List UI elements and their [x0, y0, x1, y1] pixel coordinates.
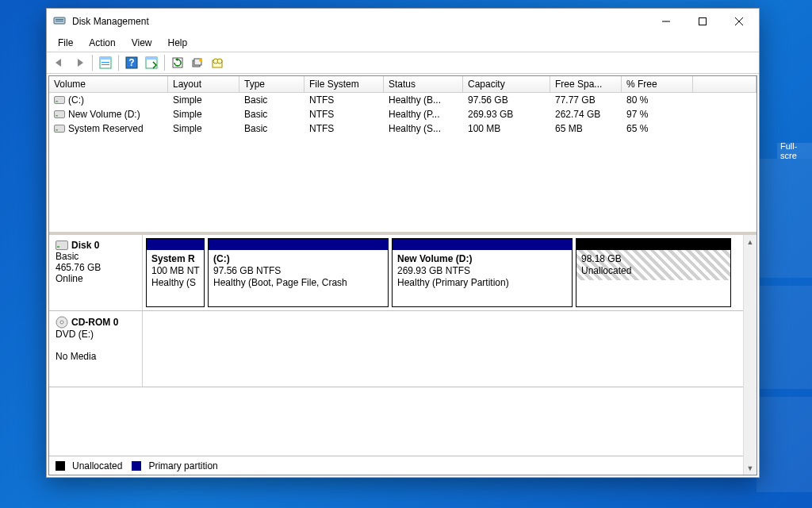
col-filesystem[interactable]: File System	[304, 76, 384, 92]
disk-label: Disk 0	[56, 240, 136, 251]
partition[interactable]: New Volume (D:)269.93 GB NTFSHealthy (Pr…	[392, 238, 573, 307]
volume-list-header: Volume Layout Type File System Status Ca…	[49, 76, 756, 93]
maximize-button[interactable]	[684, 10, 721, 33]
disk-partitions: System R100 MB NTHealthy (S (C:)97.56 GB…	[143, 235, 743, 310]
legend: Unallocated Primary partition	[49, 456, 743, 475]
disk-label: CD-ROM 0	[56, 316, 136, 329]
vertical-scrollbar[interactable]: ▲ ▼	[743, 235, 756, 475]
disk-state: No Media	[56, 351, 136, 362]
svg-rect-23	[56, 101, 58, 102]
back-button[interactable]	[50, 53, 69, 72]
help-button[interactable]: ?	[122, 53, 141, 72]
desktop-decoration	[756, 159, 812, 508]
disk-row: CD-ROM 0DVD (E:)No Media	[49, 311, 743, 387]
cell-status: Healthy (S...	[384, 122, 463, 135]
disk-row: Disk 0Basic465.76 GBOnlineSystem R100 MB…	[49, 235, 743, 311]
svg-point-18	[199, 59, 202, 62]
graphical-view: Disk 0Basic465.76 GBOnlineSystem R100 MB…	[49, 235, 756, 475]
minimize-button[interactable]	[648, 10, 684, 33]
svg-rect-29	[57, 246, 59, 248]
col-extra[interactable]	[693, 76, 756, 92]
disk-size: 465.76 GB	[56, 262, 136, 273]
rescan-disks-button[interactable]	[188, 53, 207, 72]
cell-layout: Simple	[168, 94, 239, 106]
content-area: Volume Layout Type File System Status Ca…	[48, 75, 757, 475]
cell-volume: (C:)	[49, 94, 168, 106]
cell-pct: 65 %	[622, 122, 693, 135]
partition-stripe	[209, 239, 388, 250]
menu-help[interactable]: Help	[160, 36, 196, 50]
col-capacity[interactable]: Capacity	[463, 76, 550, 92]
partition-body: New Volume (D:)269.93 GB NTFSHealthy (Pr…	[393, 250, 572, 292]
cell-filesystem: NTFS	[304, 122, 384, 135]
partition-stripe	[147, 239, 204, 250]
svg-rect-2	[56, 21, 63, 21]
partition[interactable]: System R100 MB NTHealthy (S	[146, 238, 205, 307]
cell-capacity: 97.56 GB	[463, 94, 550, 106]
volume-row[interactable]: New Volume (D:)SimpleBasicNTFSHealthy (P…	[49, 107, 756, 121]
col-free-space[interactable]: Free Spa...	[550, 76, 622, 92]
cell-capacity: 100 MB	[463, 122, 550, 135]
partition[interactable]: 98.18 GBUnallocated	[576, 238, 731, 307]
cell-free: 65 MB	[550, 122, 622, 135]
cell-capacity: 269.93 GB	[463, 108, 550, 121]
disk-type: DVD (E:)	[56, 329, 136, 340]
fullscreen-hint: Full-scre	[777, 143, 812, 159]
volume-row[interactable]: System ReservedSimpleBasicNTFSHealthy (S…	[49, 121, 756, 136]
disk-partitions	[143, 311, 743, 387]
legend-primary: Primary partition	[148, 460, 217, 471]
partition-stripe	[393, 239, 572, 250]
svg-rect-10	[102, 64, 109, 65]
svg-rect-25	[56, 115, 58, 117]
cell-pct: 97 %	[622, 108, 693, 121]
col-volume[interactable]: Volume	[49, 76, 168, 92]
app-icon	[53, 15, 66, 28]
window-controls	[648, 10, 757, 33]
properties-button[interactable]	[208, 53, 227, 72]
scroll-down-icon[interactable]: ▼	[744, 461, 756, 475]
legend-swatch-primary	[132, 461, 141, 471]
toolbar: ?	[47, 52, 759, 74]
legend-swatch-unallocated	[56, 461, 65, 471]
scroll-up-icon[interactable]: ▲	[744, 235, 756, 248]
volume-row[interactable]: (C:)SimpleBasicNTFSHealthy (B...97.56 GB…	[49, 93, 756, 107]
cell-type: Basic	[239, 122, 304, 135]
partition[interactable]: (C:)97.56 GB NTFSHealthy (Boot, Page Fil…	[208, 238, 389, 307]
view-settings-button[interactable]	[142, 53, 161, 72]
partition-stripe	[576, 239, 730, 250]
disk-management-window: Disk Management File Action View Help ? …	[46, 8, 760, 478]
menu-view[interactable]: View	[124, 36, 160, 50]
cell-filesystem: NTFS	[304, 94, 384, 106]
cell-layout: Simple	[168, 108, 239, 121]
partition-body: 98.18 GBUnallocated	[576, 250, 730, 280]
titlebar[interactable]: Disk Management	[47, 9, 759, 34]
svg-rect-4	[699, 18, 707, 25]
disk-state: Online	[56, 273, 136, 284]
svg-point-21	[217, 59, 222, 64]
svg-point-31	[60, 321, 63, 324]
disk-type: Basic	[56, 251, 136, 262]
svg-rect-24	[55, 111, 65, 118]
window-title: Disk Management	[72, 16, 648, 27]
svg-rect-9	[102, 62, 109, 63]
svg-rect-8	[100, 57, 111, 60]
col-status[interactable]: Status	[384, 76, 463, 92]
refresh-button[interactable]	[168, 53, 187, 72]
forward-button[interactable]	[70, 53, 89, 72]
menu-action[interactable]: Action	[81, 36, 123, 50]
svg-rect-27	[56, 129, 58, 131]
disk-info[interactable]: CD-ROM 0DVD (E:)No Media	[49, 311, 143, 387]
cell-pct: 80 %	[622, 94, 693, 106]
volume-list: Volume Layout Type File System Status Ca…	[49, 76, 756, 235]
col-layout[interactable]: Layout	[168, 76, 239, 92]
partition-body: (C:)97.56 GB NTFSHealthy (Boot, Page Fil…	[209, 250, 388, 292]
menu-file[interactable]: File	[50, 36, 81, 50]
close-button[interactable]	[721, 10, 757, 33]
col-pct-free[interactable]: % Free	[622, 76, 693, 92]
cell-volume: New Volume (D:)	[49, 108, 168, 121]
show-hide-console-tree-button[interactable]	[96, 53, 115, 72]
col-type[interactable]: Type	[239, 76, 304, 92]
disk-info[interactable]: Disk 0Basic465.76 GBOnline	[49, 235, 143, 310]
volume-rows: (C:)SimpleBasicNTFSHealthy (B...97.56 GB…	[49, 93, 756, 232]
svg-rect-28	[56, 241, 68, 250]
